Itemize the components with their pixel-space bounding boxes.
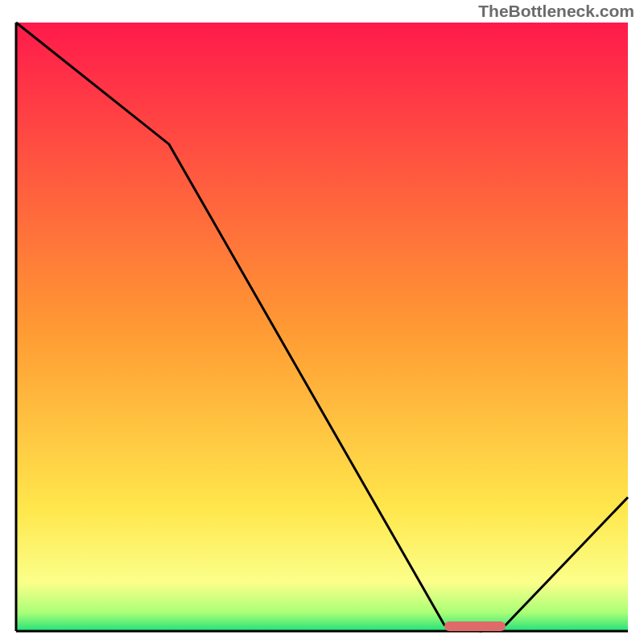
chart-container: TheBottleneck.com bbox=[0, 0, 644, 644]
optimal-marker bbox=[444, 621, 506, 631]
plot-background bbox=[16, 23, 628, 631]
chart-svg bbox=[0, 0, 644, 644]
attribution-text: TheBottleneck.com bbox=[478, 2, 634, 21]
